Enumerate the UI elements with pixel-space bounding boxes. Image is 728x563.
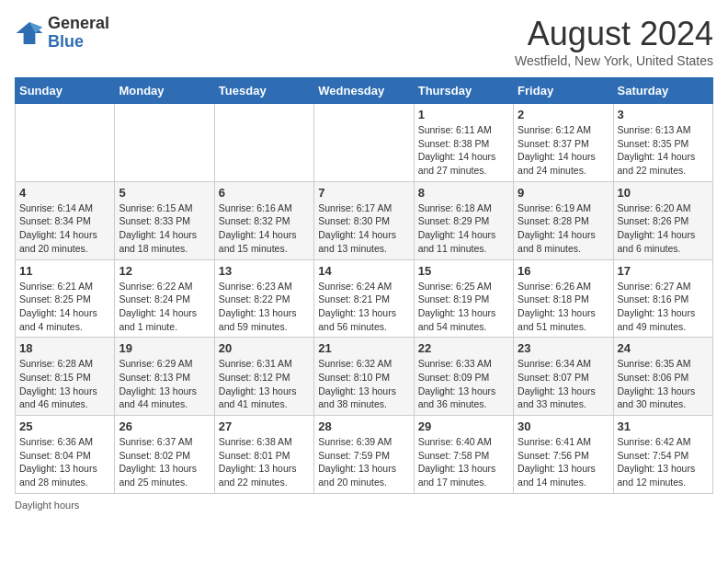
day-number: 28 — [318, 419, 409, 433]
day-number: 12 — [119, 264, 210, 278]
day-number: 8 — [418, 186, 509, 200]
day-number: 19 — [119, 341, 210, 355]
day-info: Sunrise: 6:12 AM Sunset: 8:37 PM Dayligh… — [518, 123, 609, 178]
logo-bird-icon — [15, 18, 44, 48]
calendar-week-1: 1Sunrise: 6:11 AM Sunset: 8:38 PM Daylig… — [16, 104, 713, 182]
day-header-monday: Monday — [115, 78, 214, 104]
calendar-header: SundayMondayTuesdayWednesdayThursdayFrid… — [16, 78, 713, 104]
day-header-thursday: Thursday — [414, 78, 513, 104]
day-info: Sunrise: 6:11 AM Sunset: 8:38 PM Dayligh… — [418, 123, 509, 178]
day-info: Sunrise: 6:17 AM Sunset: 8:30 PM Dayligh… — [318, 201, 409, 256]
calendar-cell — [314, 104, 414, 182]
day-header-wednesday: Wednesday — [314, 78, 414, 104]
day-number: 10 — [618, 186, 709, 200]
day-info: Sunrise: 6:31 AM Sunset: 8:12 PM Dayligh… — [219, 357, 310, 411]
month-year-title: August 2024 — [515, 15, 713, 53]
day-info: Sunrise: 6:36 AM Sunset: 8:04 PM Dayligh… — [19, 435, 110, 489]
calendar-cell: 27Sunrise: 6:38 AM Sunset: 8:01 PM Dayli… — [214, 416, 313, 494]
calendar-cell: 18Sunrise: 6:28 AM Sunset: 8:15 PM Dayli… — [16, 338, 115, 416]
calendar-cell: 8Sunrise: 6:18 AM Sunset: 8:29 PM Daylig… — [414, 181, 513, 259]
calendar-cell: 19Sunrise: 6:29 AM Sunset: 8:13 PM Dayli… — [115, 338, 214, 416]
day-info: Sunrise: 6:15 AM Sunset: 8:33 PM Dayligh… — [119, 201, 210, 256]
day-info: Sunrise: 6:35 AM Sunset: 8:06 PM Dayligh… — [618, 357, 709, 411]
day-info: Sunrise: 6:33 AM Sunset: 8:09 PM Dayligh… — [418, 357, 509, 411]
day-info: Sunrise: 6:21 AM Sunset: 8:25 PM Dayligh… — [19, 280, 110, 334]
day-info: Sunrise: 6:40 AM Sunset: 7:58 PM Dayligh… — [418, 435, 509, 489]
calendar-cell: 23Sunrise: 6:34 AM Sunset: 8:07 PM Dayli… — [514, 338, 613, 416]
day-header-tuesday: Tuesday — [214, 78, 313, 104]
day-info: Sunrise: 6:13 AM Sunset: 8:35 PM Dayligh… — [618, 123, 709, 178]
day-info: Sunrise: 6:39 AM Sunset: 7:59 PM Dayligh… — [318, 435, 409, 489]
calendar-week-4: 18Sunrise: 6:28 AM Sunset: 8:15 PM Dayli… — [16, 338, 713, 416]
calendar-cell — [115, 104, 214, 182]
day-number: 27 — [219, 419, 310, 433]
calendar-cell: 2Sunrise: 6:12 AM Sunset: 8:37 PM Daylig… — [514, 104, 613, 182]
day-number: 16 — [518, 264, 609, 278]
day-number: 1 — [418, 108, 509, 121]
calendar-cell: 9Sunrise: 6:19 AM Sunset: 8:28 PM Daylig… — [514, 181, 613, 259]
logo: General Blue — [15, 15, 109, 52]
day-info: Sunrise: 6:23 AM Sunset: 8:22 PM Dayligh… — [219, 280, 310, 334]
day-number: 14 — [318, 264, 409, 278]
calendar-cell: 28Sunrise: 6:39 AM Sunset: 7:59 PM Dayli… — [314, 416, 414, 494]
calendar-cell: 13Sunrise: 6:23 AM Sunset: 8:22 PM Dayli… — [214, 259, 313, 338]
day-info: Sunrise: 6:16 AM Sunset: 8:32 PM Dayligh… — [219, 201, 310, 256]
calendar-cell — [16, 104, 115, 182]
day-number: 15 — [418, 264, 509, 278]
day-info: Sunrise: 6:34 AM Sunset: 8:07 PM Dayligh… — [518, 357, 609, 411]
day-info: Sunrise: 6:22 AM Sunset: 8:24 PM Dayligh… — [119, 280, 210, 334]
day-number: 25 — [19, 419, 110, 433]
calendar-cell: 26Sunrise: 6:37 AM Sunset: 8:02 PM Dayli… — [115, 416, 214, 494]
logo-text: General Blue — [48, 15, 109, 52]
calendar-cell: 7Sunrise: 6:17 AM Sunset: 8:30 PM Daylig… — [314, 181, 414, 259]
logo-blue: Blue — [48, 33, 109, 52]
day-number: 2 — [518, 108, 609, 121]
calendar-cell: 1Sunrise: 6:11 AM Sunset: 8:38 PM Daylig… — [414, 104, 513, 182]
calendar-body: 1Sunrise: 6:11 AM Sunset: 8:38 PM Daylig… — [16, 104, 713, 494]
day-number: 29 — [418, 419, 509, 433]
title-block: August 2024 Westfield, New York, United … — [515, 15, 713, 68]
day-number: 9 — [518, 186, 609, 200]
day-number: 4 — [19, 186, 110, 200]
location-subtitle: Westfield, New York, United States — [515, 53, 713, 68]
calendar-cell: 14Sunrise: 6:24 AM Sunset: 8:21 PM Dayli… — [314, 259, 414, 338]
footer: Daylight hours — [15, 500, 713, 511]
calendar-cell: 24Sunrise: 6:35 AM Sunset: 8:06 PM Dayli… — [613, 338, 712, 416]
calendar-cell: 5Sunrise: 6:15 AM Sunset: 8:33 PM Daylig… — [115, 181, 214, 259]
day-number: 13 — [219, 264, 310, 278]
day-number: 7 — [318, 186, 409, 200]
daylight-label: Daylight hours — [15, 500, 79, 511]
calendar-cell: 16Sunrise: 6:26 AM Sunset: 8:18 PM Dayli… — [514, 259, 613, 338]
day-number: 5 — [119, 186, 210, 200]
day-info: Sunrise: 6:18 AM Sunset: 8:29 PM Dayligh… — [418, 201, 509, 256]
calendar-table: SundayMondayTuesdayWednesdayThursdayFrid… — [15, 77, 713, 494]
calendar-cell: 10Sunrise: 6:20 AM Sunset: 8:26 PM Dayli… — [613, 181, 712, 259]
day-number: 3 — [618, 108, 709, 121]
calendar-cell: 17Sunrise: 6:27 AM Sunset: 8:16 PM Dayli… — [613, 259, 712, 338]
calendar-cell — [214, 104, 313, 182]
day-info: Sunrise: 6:29 AM Sunset: 8:13 PM Dayligh… — [119, 357, 210, 411]
day-info: Sunrise: 6:27 AM Sunset: 8:16 PM Dayligh… — [618, 280, 709, 334]
day-info: Sunrise: 6:19 AM Sunset: 8:28 PM Dayligh… — [518, 201, 609, 256]
day-number: 22 — [418, 341, 509, 355]
calendar-week-5: 25Sunrise: 6:36 AM Sunset: 8:04 PM Dayli… — [16, 416, 713, 494]
day-info: Sunrise: 6:14 AM Sunset: 8:34 PM Dayligh… — [19, 201, 110, 256]
calendar-cell: 31Sunrise: 6:42 AM Sunset: 7:54 PM Dayli… — [613, 416, 712, 494]
calendar-cell: 4Sunrise: 6:14 AM Sunset: 8:34 PM Daylig… — [16, 181, 115, 259]
calendar-cell: 6Sunrise: 6:16 AM Sunset: 8:32 PM Daylig… — [214, 181, 313, 259]
day-info: Sunrise: 6:20 AM Sunset: 8:26 PM Dayligh… — [618, 201, 709, 256]
header-row: SundayMondayTuesdayWednesdayThursdayFrid… — [16, 78, 713, 104]
day-number: 23 — [518, 341, 609, 355]
calendar-cell: 3Sunrise: 6:13 AM Sunset: 8:35 PM Daylig… — [613, 104, 712, 182]
day-number: 24 — [618, 341, 709, 355]
calendar-week-2: 4Sunrise: 6:14 AM Sunset: 8:34 PM Daylig… — [16, 181, 713, 259]
day-number: 20 — [219, 341, 310, 355]
day-number: 11 — [19, 264, 110, 278]
calendar-cell: 11Sunrise: 6:21 AM Sunset: 8:25 PM Dayli… — [16, 259, 115, 338]
day-info: Sunrise: 6:28 AM Sunset: 8:15 PM Dayligh… — [19, 357, 110, 411]
day-info: Sunrise: 6:42 AM Sunset: 7:54 PM Dayligh… — [618, 435, 709, 489]
day-info: Sunrise: 6:37 AM Sunset: 8:02 PM Dayligh… — [119, 435, 210, 489]
day-number: 31 — [618, 419, 709, 433]
day-number: 26 — [119, 419, 210, 433]
day-header-sunday: Sunday — [16, 78, 115, 104]
